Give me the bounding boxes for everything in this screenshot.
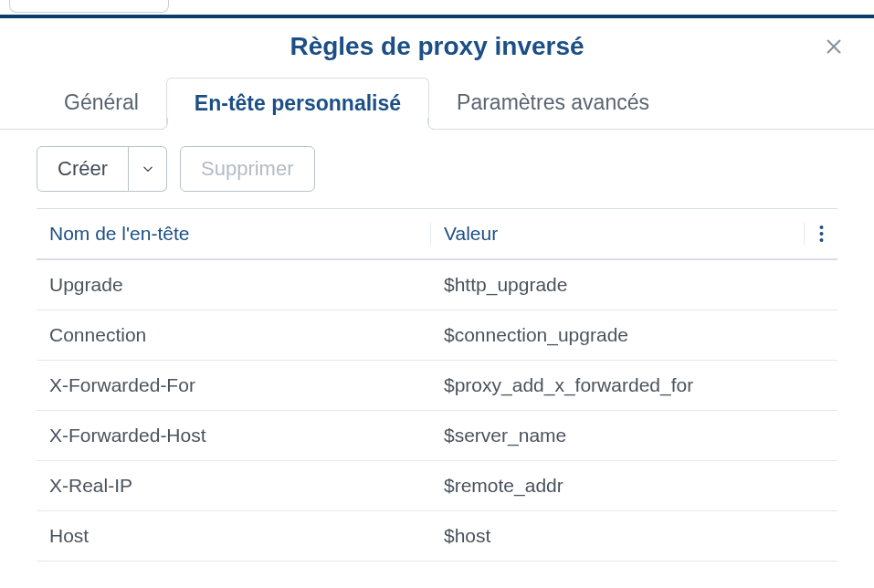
- header-name-cell: X-Forwarded-Host: [37, 425, 431, 446]
- table-row[interactable]: X-Real-IP$remote_addr: [37, 461, 837, 511]
- header-name-cell: X-Real-IP: [37, 475, 431, 497]
- tabs: Général En-tête personnalisé Paramètres …: [0, 75, 874, 130]
- table-row[interactable]: X-Forwarded-For$proxy_add_x_forwarded_fo…: [37, 361, 837, 411]
- col-header-value[interactable]: Valeur: [431, 223, 805, 245]
- dialog-title: Règles de proxy inversé: [290, 32, 584, 61]
- table-header-more-button[interactable]: [805, 225, 837, 243]
- dialog-header: Règles de proxy inversé: [0, 18, 874, 75]
- header-value-cell: $host: [431, 525, 837, 547]
- header-value-cell: $server_name: [431, 425, 837, 446]
- create-dropdown-button[interactable]: [129, 146, 167, 192]
- more-vertical-icon: [819, 225, 824, 243]
- tab-custom-header[interactable]: En-tête personnalisé: [166, 78, 429, 130]
- close-button[interactable]: [821, 34, 847, 59]
- svg-point-2: [819, 238, 823, 242]
- chevron-down-icon: [142, 163, 154, 175]
- header-value-cell: $http_upgrade: [431, 274, 837, 296]
- header-name-cell: Upgrade: [37, 274, 431, 296]
- table-row[interactable]: Host$host: [37, 511, 837, 562]
- create-button-group: Créer: [37, 146, 167, 192]
- header-value-cell: $connection_upgrade: [431, 324, 837, 346]
- table-header-row: Nom de l'en-tête Valeur: [37, 209, 837, 260]
- delete-button[interactable]: Supprimer: [180, 146, 314, 192]
- header-value-cell: $remote_addr: [431, 475, 837, 497]
- close-icon: [824, 37, 844, 57]
- svg-point-0: [819, 226, 823, 229]
- header-name-cell: X-Forwarded-For: [37, 374, 431, 396]
- tab-general[interactable]: Général: [37, 78, 166, 129]
- background-tab-fragment: [9, 0, 169, 13]
- svg-point-1: [819, 232, 823, 236]
- header-name-cell: Host: [37, 525, 431, 547]
- headers-table: Nom de l'en-tête Valeur Upgrade$http_upg…: [37, 208, 837, 562]
- toolbar: Créer Supprimer: [0, 130, 874, 208]
- col-header-name[interactable]: Nom de l'en-tête: [37, 223, 431, 245]
- create-button[interactable]: Créer: [37, 146, 129, 192]
- table-row[interactable]: Connection$connection_upgrade: [37, 310, 837, 361]
- tab-advanced[interactable]: Paramètres avancés: [429, 78, 677, 129]
- reverse-proxy-rules-dialog: Règles de proxy inversé Général En-tête …: [0, 15, 874, 588]
- header-name-cell: Connection: [37, 324, 431, 346]
- table-row[interactable]: X-Forwarded-Host$server_name: [37, 411, 837, 461]
- table-body: Upgrade$http_upgradeConnection$connectio…: [37, 260, 837, 562]
- table-row[interactable]: Upgrade$http_upgrade: [37, 260, 837, 310]
- header-value-cell: $proxy_add_x_forwarded_for: [431, 374, 837, 396]
